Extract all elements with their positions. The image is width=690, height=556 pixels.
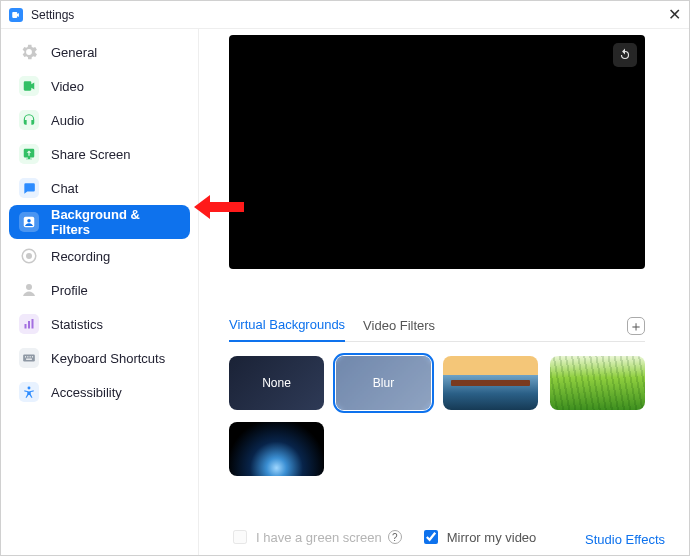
titlebar: Settings ✕ <box>1 1 689 29</box>
sidebar-item-label: Share Screen <box>51 147 131 162</box>
svg-rect-6 <box>28 321 30 329</box>
svg-rect-12 <box>32 356 33 357</box>
mirror-video-label: Mirror my video <box>447 530 537 545</box>
sidebar-item-profile[interactable]: Profile <box>9 273 190 307</box>
chat-icon <box>19 178 39 198</box>
svg-point-14 <box>28 386 31 389</box>
stats-icon <box>19 314 39 334</box>
footer-controls: I have a green screen ? Mirror my video <box>229 527 536 547</box>
main-panel: Virtual Backgrounds Video Filters ＋ None… <box>199 29 689 556</box>
sidebar-item-accessibility[interactable]: Accessibility <box>9 375 190 409</box>
svg-rect-5 <box>25 324 27 329</box>
headphones-icon <box>19 110 39 130</box>
sidebar-item-label: Profile <box>51 283 88 298</box>
accessibility-icon <box>19 382 39 402</box>
sidebar-item-video[interactable]: Video <box>9 69 190 103</box>
sidebar-item-general[interactable]: General <box>9 35 190 69</box>
sidebar-item-chat[interactable]: Chat <box>9 171 190 205</box>
sidebar-item-label: Background & Filters <box>51 207 180 237</box>
gear-icon <box>19 42 39 62</box>
background-tabs: Virtual Backgrounds Video Filters ＋ <box>229 311 645 342</box>
svg-point-4 <box>26 284 32 290</box>
svg-rect-9 <box>25 356 26 357</box>
sidebar-item-label: Keyboard Shortcuts <box>51 351 165 366</box>
green-screen-label: I have a green screen <box>256 530 382 545</box>
sidebar-item-keyboard-shortcuts[interactable]: Keyboard Shortcuts <box>9 341 190 375</box>
share-screen-icon <box>19 144 39 164</box>
green-screen-checkbox[interactable]: I have a green screen ? <box>229 527 402 547</box>
rotate-button[interactable] <box>613 43 637 67</box>
sidebar-item-label: Video <box>51 79 84 94</box>
background-image-bridge[interactable] <box>443 356 538 410</box>
mirror-video-input[interactable] <box>424 530 438 544</box>
sidebar-item-background-filters[interactable]: Background & Filters <box>9 205 190 239</box>
sidebar-item-statistics[interactable]: Statistics <box>9 307 190 341</box>
add-background-button[interactable]: ＋ <box>627 317 645 335</box>
svg-rect-8 <box>23 355 35 362</box>
thumb-label: None <box>262 376 291 390</box>
video-preview <box>229 35 645 269</box>
background-none[interactable]: None <box>229 356 324 410</box>
window-title: Settings <box>31 8 74 22</box>
svg-rect-7 <box>32 319 34 329</box>
background-icon <box>19 212 39 232</box>
svg-point-3 <box>26 253 32 259</box>
sidebar-item-label: Statistics <box>51 317 103 332</box>
svg-rect-13 <box>26 359 32 360</box>
sidebar-item-share-screen[interactable]: Share Screen <box>9 137 190 171</box>
sidebar-item-label: Chat <box>51 181 78 196</box>
sidebar-item-label: Audio <box>51 113 84 128</box>
svg-rect-11 <box>30 356 31 357</box>
profile-icon <box>19 280 39 300</box>
thumb-label: Blur <box>373 376 394 390</box>
studio-effects-link[interactable]: Studio Effects <box>585 532 665 547</box>
record-icon <box>19 246 39 266</box>
close-icon[interactable]: ✕ <box>668 5 681 24</box>
background-blur[interactable]: Blur <box>336 356 431 410</box>
app-icon <box>9 8 23 22</box>
background-image-earth[interactable] <box>229 422 324 476</box>
keyboard-icon <box>19 348 39 368</box>
sidebar-item-label: Accessibility <box>51 385 122 400</box>
sidebar-item-label: General <box>51 45 97 60</box>
background-thumbnails: None Blur <box>229 356 659 476</box>
sidebar-item-label: Recording <box>51 249 110 264</box>
sidebar: General Video Audio Share Screen Chat <box>1 29 199 556</box>
background-image-grass[interactable] <box>550 356 645 410</box>
tab-video-filters[interactable]: Video Filters <box>363 312 435 341</box>
sidebar-item-recording[interactable]: Recording <box>9 239 190 273</box>
video-icon <box>19 76 39 96</box>
svg-point-1 <box>27 219 31 223</box>
sidebar-item-audio[interactable]: Audio <box>9 103 190 137</box>
svg-rect-10 <box>27 356 28 357</box>
green-screen-input[interactable] <box>233 530 247 544</box>
tab-virtual-backgrounds[interactable]: Virtual Backgrounds <box>229 311 345 342</box>
help-icon[interactable]: ? <box>388 530 402 544</box>
mirror-video-checkbox[interactable]: Mirror my video <box>420 527 537 547</box>
